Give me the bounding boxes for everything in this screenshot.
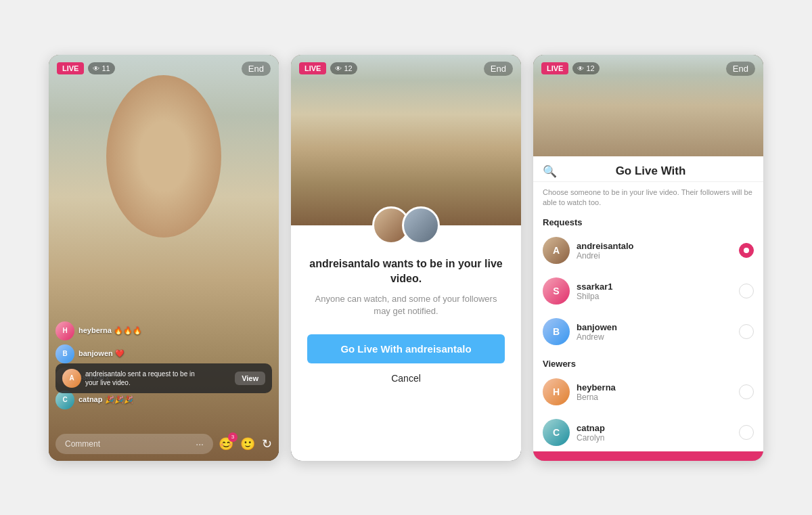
live-badge-2: LIVE xyxy=(299,62,326,74)
screen-3: LIVE 👁 12 End 🔍 Go Live With Choose some… xyxy=(533,55,763,461)
video-background-1: LIVE 👁 11 End H heyberna 🔥🔥🔥 B banjowen … xyxy=(49,55,279,461)
cancel-button[interactable]: Cancel xyxy=(391,373,421,384)
avatar-banjowen: B xyxy=(55,344,74,363)
go-live-button[interactable]: Go Live With andreisantalo xyxy=(307,334,505,363)
radio-andreisantalo[interactable] xyxy=(739,243,754,258)
emoji-icon-1[interactable]: 😊 3 xyxy=(219,436,233,451)
comment-banjowen: B banjowen ❤️ xyxy=(55,344,272,363)
notif-avatar: A xyxy=(62,369,81,388)
share-icon[interactable]: ↻ xyxy=(262,436,272,451)
eye-icon-3: 👁 xyxy=(577,65,584,72)
panel-title: Go Live With xyxy=(562,164,739,178)
comment-catnap: C catnap 🎉🎉🎉 xyxy=(55,390,272,409)
avatar-andreisantalo: A xyxy=(543,237,570,264)
comment-heyberna: H heyberna 🔥🔥🔥 xyxy=(55,321,272,340)
top-bar-2: LIVE 👁 12 End xyxy=(291,55,521,83)
top-bar-1: LIVE 👁 11 End xyxy=(49,55,279,83)
view-button[interactable]: View xyxy=(235,372,265,385)
go-live-with-panel: 🔍 Go Live With Choose someone to be in y… xyxy=(533,156,763,461)
user-row-ssarkar1[interactable]: S ssarkar1 Shilpa xyxy=(533,272,763,310)
end-button-1[interactable]: End xyxy=(242,62,271,76)
add-button[interactable]: Add xyxy=(533,451,763,460)
requests-label: Requests xyxy=(533,215,763,231)
user-row-heyberna[interactable]: H heyberna Berna xyxy=(533,373,763,411)
viewer-count-1: 👁 11 xyxy=(88,62,114,74)
modal-title: andreisantalo wants to be in your live v… xyxy=(307,256,505,287)
more-icon: ··· xyxy=(196,439,204,449)
bottom-bar-1: Comment ··· 😊 3 🙂 ↻ xyxy=(55,434,272,454)
avatar-catnap: C xyxy=(55,390,74,409)
top-bar-3: LIVE 👁 12 End xyxy=(533,55,763,83)
panel-subtitle: Choose someone to be in your live video.… xyxy=(533,182,763,215)
end-button-2[interactable]: End xyxy=(484,62,513,76)
modal-dialog: andreisantalo wants to be in your live v… xyxy=(291,225,521,461)
screens-container: LIVE 👁 11 End H heyberna 🔥🔥🔥 B banjowen … xyxy=(0,41,812,474)
viewers-label: Viewers xyxy=(533,356,763,373)
eye-icon-2: 👁 xyxy=(335,65,342,72)
smiley-icon[interactable]: 🙂 xyxy=(240,436,255,451)
modal-subtitle: Anyone can watch, and some of your follo… xyxy=(307,293,505,317)
pair-avatar-male xyxy=(402,206,440,244)
end-button-3[interactable]: End xyxy=(726,62,755,76)
avatar-banjowen-panel: B xyxy=(543,318,570,345)
radio-banjowen[interactable] xyxy=(739,324,754,339)
emoji-badge: 3 xyxy=(228,432,238,442)
user-row-andreisantalo[interactable]: A andreisantalo Andrei xyxy=(533,231,763,269)
radio-heyberna[interactable] xyxy=(739,384,754,399)
search-icon[interactable]: 🔍 xyxy=(543,164,557,179)
screen-1: LIVE 👁 11 End H heyberna 🔥🔥🔥 B banjowen … xyxy=(49,55,279,461)
eye-icon-1: 👁 xyxy=(93,65,99,72)
user-row-catnap[interactable]: C catnap Carolyn xyxy=(533,413,763,451)
notification-text: andreisantalo sent a request to be in yo… xyxy=(85,370,207,387)
live-badge-3: LIVE xyxy=(541,62,568,74)
radio-ssarkar1[interactable] xyxy=(739,284,754,298)
live-badge-1: LIVE xyxy=(57,62,84,74)
avatars-pair xyxy=(372,206,440,244)
avatar-heyberna: H xyxy=(55,321,74,340)
avatar-ssarkar1-panel: S xyxy=(543,277,570,305)
avatar-heyberna-panel: H xyxy=(543,378,570,405)
notification-bar: A andreisantalo sent a request to be in … xyxy=(55,363,272,393)
panel-header: 🔍 Go Live With xyxy=(533,156,763,182)
user-row-banjowen[interactable]: B banjowen Andrew xyxy=(533,313,763,351)
radio-catnap[interactable] xyxy=(739,425,754,440)
viewer-count-3: 👁 12 xyxy=(572,62,599,74)
screen-2: LIVE 👁 12 End andreisantalo wants to be … xyxy=(291,55,521,461)
video-background-2: LIVE 👁 12 End xyxy=(291,55,521,225)
comment-input-field[interactable]: Comment ··· xyxy=(55,434,213,454)
viewer-count-2: 👁 12 xyxy=(330,62,357,74)
video-background-3: LIVE 👁 12 End xyxy=(533,55,763,156)
avatar-catnap-panel: C xyxy=(543,419,570,446)
